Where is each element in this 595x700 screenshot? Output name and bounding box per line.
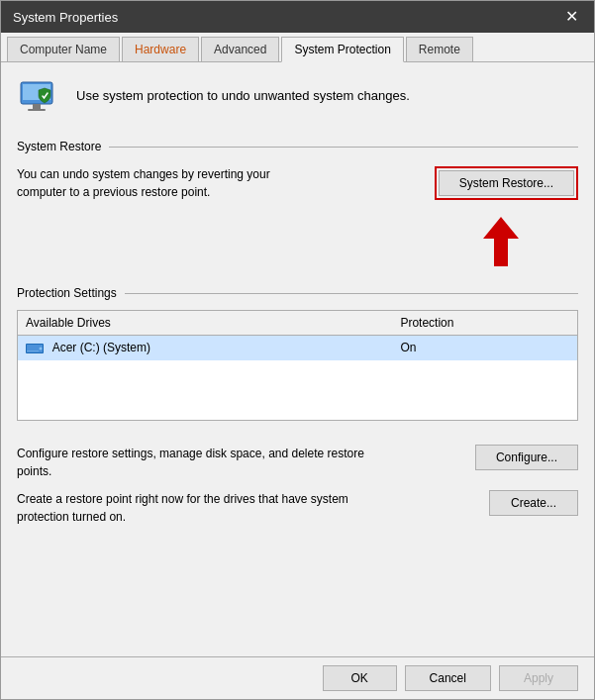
svg-rect-2 — [33, 104, 41, 109]
system-restore-header: System Restore — [17, 140, 578, 153]
system-restore-btn-highlight: System Restore... — [435, 166, 578, 200]
computer-icon — [17, 76, 64, 124]
tab-remote[interactable]: Remote — [406, 37, 473, 61]
drive-icon — [26, 342, 46, 355]
tab-computer-name[interactable]: Computer Name — [7, 37, 120, 61]
svg-rect-8 — [27, 350, 39, 351]
footer: OK Cancel Apply — [1, 656, 594, 699]
restore-description: You can undo system changes by reverting… — [17, 165, 294, 201]
svg-marker-4 — [483, 217, 519, 266]
arrow-up-icon — [483, 217, 519, 266]
configure-button[interactable]: Configure... — [475, 445, 578, 470]
drive-protection-cell: On — [392, 336, 577, 360]
system-restore-label: System Restore — [17, 140, 101, 153]
protection-header: Protection Settings — [17, 286, 578, 300]
col-drives: Available Drives — [18, 311, 392, 336]
drives-table-inner: Available Drives Protection — [18, 311, 577, 420]
create-button[interactable]: Create... — [489, 490, 578, 516]
configure-text: Configure restore settings, manage disk … — [17, 445, 383, 480]
drives-table: Available Drives Protection — [17, 310, 578, 421]
table-header-row: Available Drives Protection — [18, 311, 577, 336]
info-text: Use system protection to undo unwanted s… — [76, 76, 410, 103]
system-restore-button[interactable]: System Restore... — [439, 170, 574, 196]
tab-bar: Computer Name Hardware Advanced System P… — [1, 33, 594, 62]
col-protection: Protection — [392, 311, 577, 336]
drive-name-cell: Acer (C:) (System) — [18, 336, 392, 360]
svg-point-7 — [40, 347, 43, 350]
svg-rect-3 — [28, 109, 46, 111]
configure-row: Configure restore settings, manage disk … — [17, 445, 578, 480]
tab-content: Use system protection to undo unwanted s… — [1, 62, 594, 656]
window-title: System Properties — [13, 10, 118, 25]
create-text: Create a restore point right now for the… — [17, 490, 383, 526]
protection-label: Protection Settings — [17, 286, 117, 300]
table-row[interactable]: Acer (C:) (System) On — [18, 336, 577, 360]
table-row-empty — [18, 360, 577, 420]
tab-advanced[interactable]: Advanced — [201, 37, 279, 61]
create-row: Create a restore point right now for the… — [17, 490, 578, 526]
close-button[interactable]: ✕ — [561, 9, 582, 25]
restore-row: You can undo system changes by reverting… — [17, 163, 578, 203]
system-properties-window: System Properties ✕ Computer Name Hardwa… — [0, 0, 595, 700]
ok-button[interactable]: OK — [323, 665, 397, 691]
section-divider-2 — [125, 293, 578, 294]
cancel-button[interactable]: Cancel — [405, 665, 491, 691]
apply-button[interactable]: Apply — [499, 665, 578, 691]
system-restore-section: System Restore You can undo system chang… — [17, 140, 578, 274]
info-banner: Use system protection to undo unwanted s… — [17, 76, 578, 124]
protection-settings-section: Protection Settings Available Drives Pro… — [17, 286, 578, 433]
section-divider — [109, 147, 578, 148]
arrow-container — [17, 217, 578, 266]
title-bar: System Properties ✕ — [1, 1, 594, 33]
tab-system-protection[interactable]: System Protection — [281, 37, 403, 62]
tab-hardware[interactable]: Hardware — [122, 37, 199, 61]
